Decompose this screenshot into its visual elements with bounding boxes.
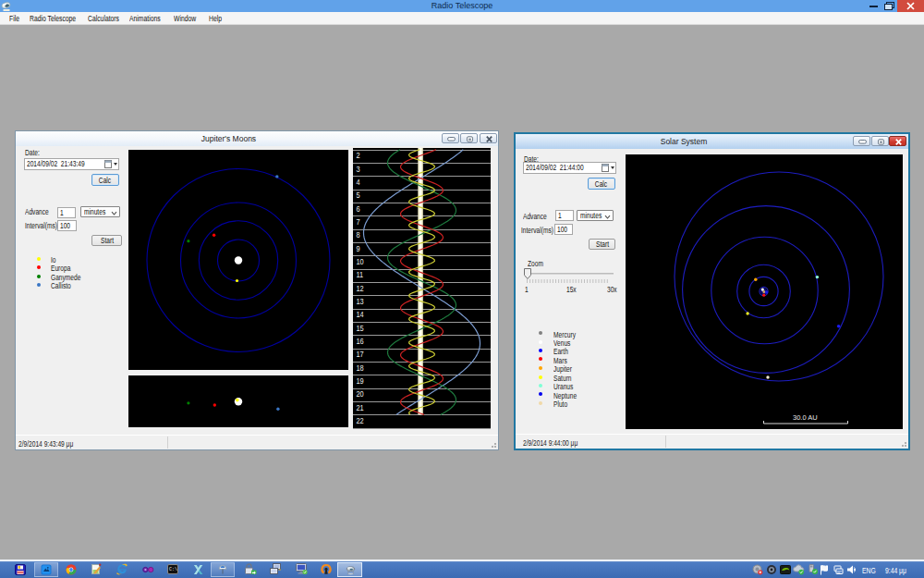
svg-text:8: 8 bbox=[357, 231, 360, 240]
svg-text:7: 7 bbox=[357, 217, 360, 227]
svg-text:15: 15 bbox=[357, 324, 365, 333]
svg-text:4: 4 bbox=[357, 178, 360, 187]
svg-text:10: 10 bbox=[357, 257, 365, 266]
svg-text:C:\: C:\ bbox=[169, 567, 177, 572]
svg-text:14: 14 bbox=[357, 311, 365, 320]
svg-text:20: 20 bbox=[357, 390, 365, 400]
svg-text:12: 12 bbox=[357, 284, 365, 293]
svg-text:2: 2 bbox=[357, 152, 360, 161]
svg-text:21: 21 bbox=[357, 403, 365, 412]
svg-text:6: 6 bbox=[357, 204, 360, 214]
svg-text:19: 19 bbox=[357, 376, 365, 386]
svg-text:18: 18 bbox=[357, 363, 365, 373]
svg-text:5: 5 bbox=[357, 191, 360, 201]
svg-text:9: 9 bbox=[357, 244, 360, 253]
svg-text:13: 13 bbox=[357, 297, 365, 306]
svg-text:30.0 AU: 30.0 AU bbox=[793, 413, 818, 422]
svg-text:17: 17 bbox=[357, 350, 365, 360]
svg-text:3: 3 bbox=[357, 165, 360, 174]
svg-text:11: 11 bbox=[357, 271, 364, 280]
svg-text:22: 22 bbox=[357, 416, 365, 425]
svg-text:16: 16 bbox=[357, 337, 365, 346]
